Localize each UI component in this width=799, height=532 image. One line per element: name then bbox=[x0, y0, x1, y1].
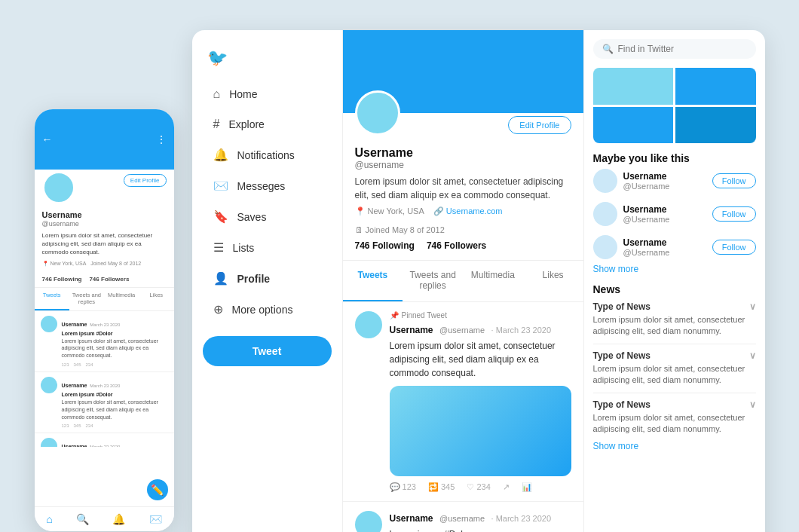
mobile-phone: ← ⋮ Edit Profile Username @username Lore… bbox=[35, 109, 174, 531]
feed-tab-tweets[interactable]: Tweets bbox=[343, 261, 403, 301]
feed-tab-multimedia[interactable]: Multimedia bbox=[463, 261, 523, 301]
reply-action[interactable]: 💬 123 bbox=[390, 482, 416, 492]
sidebar-item-lists[interactable]: ☰ Lists bbox=[198, 233, 336, 262]
mobile-dots-icon[interactable]: ⋮ bbox=[156, 133, 167, 145]
mobile-tweet-actions: 123 345 234 bbox=[62, 423, 168, 428]
profile-website[interactable]: 🔗 Username.com bbox=[433, 206, 503, 216]
tweet-avatar bbox=[355, 311, 382, 338]
sidebar-item-more[interactable]: ⊕ More options bbox=[198, 295, 336, 324]
tweet-handle: @username bbox=[439, 326, 485, 335]
feed-tab-replies[interactable]: Tweets and replies bbox=[403, 261, 463, 301]
follow-handle: @Username bbox=[623, 182, 706, 191]
sidebar-item-saves[interactable]: 🔖 Saves bbox=[198, 202, 336, 231]
sidebar-label-home: Home bbox=[229, 88, 257, 100]
sidebar-item-profile[interactable]: 👤 Profile bbox=[198, 264, 336, 293]
mobile-tweet-content: UsernameMarch 23 2020 Lorem ipsum #Dolor… bbox=[62, 316, 168, 367]
page-wrapper: ← ⋮ Edit Profile Username @username Lore… bbox=[5, 0, 795, 532]
sidebar: 🐦 ⌂ Home # Explore 🔔 Notifications ✉️ Me… bbox=[192, 30, 343, 532]
share-action[interactable]: ↗ bbox=[503, 482, 510, 492]
follow-button[interactable]: Follow bbox=[712, 240, 756, 255]
mobile-tweet-user: Username bbox=[62, 383, 87, 388]
mobile-following: 746 Following bbox=[42, 276, 82, 283]
mobile-nav-messages[interactable]: ✉️ bbox=[149, 513, 162, 525]
trend-cell-3 bbox=[593, 107, 674, 144]
mobile-back-icon[interactable]: ← bbox=[42, 133, 53, 145]
tweet-user: Username bbox=[390, 513, 433, 524]
mobile-tweet-item: UsernameMarch 23 2020 Lorem ipsum #Dolor… bbox=[35, 372, 174, 433]
mobile-tweet-avatar bbox=[41, 438, 57, 446]
follow-button[interactable]: Follow bbox=[712, 206, 756, 222]
follow-item: Username @Username Follow bbox=[593, 197, 756, 231]
mobile-tweet-avatar bbox=[41, 377, 57, 393]
like-action[interactable]: ♡ 234 bbox=[467, 482, 490, 492]
tweet-body: Username @username · March 23 2020 Lorem… bbox=[390, 511, 571, 532]
sidebar-item-notifications[interactable]: 🔔 Notifications bbox=[198, 140, 336, 170]
mobile-tweet-title: Lorem ipsum #Dolor bbox=[62, 331, 168, 336]
chevron-down-icon: ∨ bbox=[749, 399, 756, 410]
tweet-item-pinned: 📌 Pinned Tweet Username @username · Marc… bbox=[343, 302, 583, 502]
follow-avatar bbox=[593, 235, 617, 259]
follow-info: Username @Username bbox=[623, 237, 706, 257]
mobile-tweet-text: Lorem ipsum dolor sit amet, consectetuer… bbox=[62, 338, 168, 359]
sidebar-item-home[interactable]: ⌂ Home bbox=[198, 80, 336, 109]
explore-icon: # bbox=[213, 118, 220, 131]
follow-name: Username bbox=[623, 171, 706, 182]
mobile-tweet-user: Username bbox=[62, 322, 87, 327]
sidebar-item-explore[interactable]: # Explore bbox=[198, 110, 336, 139]
retweet-action[interactable]: 🔁 345 bbox=[428, 482, 455, 492]
sidebar-label-more: More options bbox=[232, 304, 293, 316]
mobile-bio: Lorem ipsum dolor sit amet, consectetuer… bbox=[42, 231, 167, 257]
desktop-ui: 🐦 ⌂ Home # Explore 🔔 Notifications ✉️ Me… bbox=[192, 30, 765, 532]
edit-profile-button[interactable]: Edit Profile bbox=[508, 116, 571, 134]
mobile-tweet-content: UsernameMarch 23 2020 Lorem ipsum #Dolor bbox=[62, 438, 168, 446]
mobile-tab-tweets[interactable]: Tweets bbox=[35, 288, 69, 310]
mobile-fab-button[interactable]: ✏️ bbox=[147, 479, 168, 500]
pinned-label: 📌 Pinned Tweet bbox=[390, 311, 571, 320]
follow-info: Username @Username bbox=[623, 171, 706, 191]
news-desc: Lorem ipsum dolor sit amet, consectetuer… bbox=[593, 363, 756, 387]
news-list: Type of News ∨ Lorem ipsum dolor sit ame… bbox=[593, 295, 756, 441]
following-stat[interactable]: 746 Following bbox=[355, 240, 415, 251]
followers-stat[interactable]: 746 Followers bbox=[427, 240, 486, 251]
saves-icon: 🔖 bbox=[213, 209, 228, 224]
follow-item: Username @Username Follow bbox=[593, 231, 756, 264]
mobile-tab-multimedia[interactable]: Multimedia bbox=[104, 288, 139, 310]
mobile-location: 📍 New York, USA bbox=[42, 261, 87, 267]
mobile-tab-replies[interactable]: Tweets and replies bbox=[69, 288, 104, 310]
mobile-retweet-count: 345 bbox=[74, 423, 81, 428]
news-desc: Lorem ipsum dolor sit amet, consectetuer… bbox=[593, 314, 756, 338]
stats-action[interactable]: 📊 bbox=[522, 482, 532, 492]
tweet-button[interactable]: Tweet bbox=[203, 336, 332, 366]
tweet-actions: 💬 123 🔁 345 ♡ 234 ↗ 📊 bbox=[390, 482, 571, 492]
follow-handle: @Username bbox=[623, 248, 706, 257]
mobile-tweet-item: UsernameMarch 23 2020 Lorem ipsum #Dolor bbox=[35, 433, 174, 446]
mobile-bottom-nav: ⌂ 🔍 🔔 ✉️ bbox=[35, 506, 174, 531]
sidebar-item-messages[interactable]: ✉️ Messeges bbox=[198, 171, 336, 200]
mobile-followers: 746 Followers bbox=[89, 276, 129, 283]
tweet-avatar bbox=[355, 511, 382, 532]
trend-cell-2 bbox=[675, 68, 756, 105]
news-item: Type of News ∨ Lorem ipsum dolor sit ame… bbox=[593, 344, 756, 393]
mobile-tab-likes[interactable]: Likes bbox=[139, 288, 173, 310]
mobile-nav-search[interactable]: 🔍 bbox=[76, 513, 89, 525]
mobile-nav-notifications[interactable]: 🔔 bbox=[112, 513, 125, 525]
mobile-edit-profile-button[interactable]: Edit Profile bbox=[124, 174, 167, 187]
tweet-user: Username bbox=[390, 325, 433, 335]
mobile-joined: Joined May 8 of 2012 bbox=[90, 261, 141, 266]
mobile-tweet-actions: 123 345 234 bbox=[62, 362, 168, 367]
sidebar-label-notifications: Notifications bbox=[237, 149, 295, 161]
tweet-text: Lorem ipsum #Dolor bbox=[390, 527, 571, 532]
search-input[interactable] bbox=[618, 44, 747, 54]
mobile-tabs: Tweets Tweets and replies Multimedia Lik… bbox=[35, 288, 174, 311]
search-box: 🔍 bbox=[593, 39, 756, 59]
feed-tab-likes[interactable]: Likes bbox=[523, 261, 583, 301]
mobile-stats: 746 Following 746 Followers bbox=[35, 271, 174, 288]
mobile-nav-home[interactable]: ⌂ bbox=[46, 513, 52, 525]
tweet-date: · March 23 2020 bbox=[491, 514, 552, 523]
show-more-suggestions[interactable]: Show more bbox=[593, 264, 756, 274]
tweet-body: 📌 Pinned Tweet Username @username · Marc… bbox=[390, 311, 571, 492]
mobile-tweet-title: Lorem ipsum #Dolor bbox=[62, 392, 168, 397]
follow-button[interactable]: Follow bbox=[712, 173, 756, 188]
show-more-news[interactable]: Show more bbox=[593, 441, 756, 451]
more-icon: ⊕ bbox=[213, 302, 223, 316]
